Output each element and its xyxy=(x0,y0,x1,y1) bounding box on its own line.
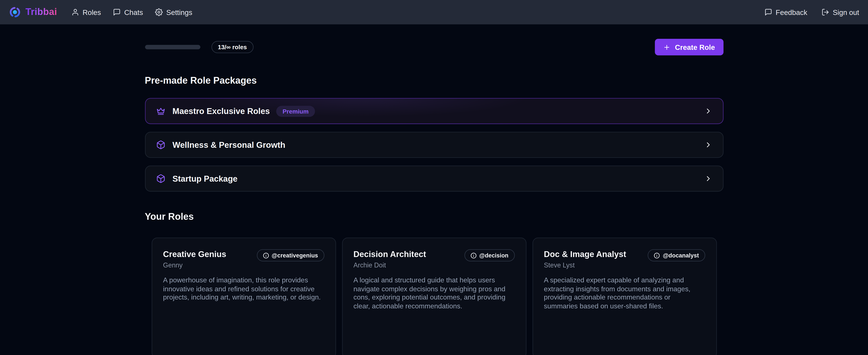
role-owner: Steve Lyst xyxy=(544,261,626,269)
main-content: 13/∞ roles Create Role Pre-made Role Pac… xyxy=(145,39,723,355)
chat-bubble-icon xyxy=(765,8,772,16)
role-description: A specialized expert capable of analyzin… xyxy=(544,276,705,311)
role-handle: @creativegenius xyxy=(272,252,318,259)
role-description: A logical and structured guide that help… xyxy=(353,276,515,311)
package-list: Maestro Exclusive Roles Premium Wellness… xyxy=(145,98,723,191)
card-title-block: Creative Genius Genny xyxy=(163,249,226,269)
role-name: Doc & Image Analyst xyxy=(544,249,626,259)
package-name: Wellness & Personal Growth xyxy=(173,140,285,150)
role-cards-grid: Creative Genius Genny @creativegenius A … xyxy=(145,238,723,355)
card-header: Decision Architect Archie Doit @decision xyxy=(353,249,515,269)
info-icon xyxy=(263,252,269,258)
nav-items: Roles Chats Settings xyxy=(71,8,192,16)
info-icon xyxy=(654,252,660,258)
role-handle-badge[interactable]: @creativegenius xyxy=(257,249,324,261)
nav-item-chats[interactable]: Chats xyxy=(113,8,143,16)
sign-out-icon xyxy=(822,8,830,16)
chevron-right-icon xyxy=(704,141,712,149)
role-card-creative-genius[interactable]: Creative Genius Genny @creativegenius A … xyxy=(151,238,336,355)
tribbai-logo-icon xyxy=(9,6,21,18)
usage-row: 13/∞ roles Create Role xyxy=(145,39,723,56)
feedback-label: Feedback xyxy=(776,8,807,16)
role-name: Creative Genius xyxy=(163,249,226,259)
packages-section-title: Pre-made Role Packages xyxy=(145,76,723,86)
role-handle-badge[interactable]: @docanalyst xyxy=(648,249,705,261)
sign-out-label: Sign out xyxy=(833,8,859,16)
package-name: Startup Package xyxy=(173,174,237,183)
app-root: Tribbai Roles Chats Settings xyxy=(0,0,868,355)
brand-name: Tribbai xyxy=(26,7,57,18)
role-name: Decision Architect xyxy=(353,249,426,259)
role-description: A powerhouse of imagination, this role p… xyxy=(163,276,324,302)
nav-item-settings[interactable]: Settings xyxy=(155,8,192,16)
package-icon xyxy=(156,140,165,150)
nav-item-label: Roles xyxy=(83,8,101,16)
role-card-decision-architect[interactable]: Decision Architect Archie Doit @decision… xyxy=(342,238,526,355)
chevron-right-icon xyxy=(704,175,712,183)
plus-icon xyxy=(663,43,671,51)
role-handle: @decision xyxy=(479,252,508,259)
role-handle-badge[interactable]: @decision xyxy=(464,249,515,261)
top-nav: Tribbai Roles Chats Settings xyxy=(0,0,868,24)
crown-icon xyxy=(156,107,165,116)
nav-item-label: Chats xyxy=(124,8,143,16)
package-row-maestro[interactable]: Maestro Exclusive Roles Premium xyxy=(145,98,723,124)
roles-count-badge: 13/∞ roles xyxy=(211,41,254,53)
package-name: Maestro Exclusive Roles xyxy=(173,107,270,116)
package-icon xyxy=(156,174,165,183)
roles-section-title: Your Roles xyxy=(145,211,723,223)
role-owner: Genny xyxy=(163,261,226,269)
card-title-block: Decision Architect Archie Doit xyxy=(353,249,426,269)
gear-icon xyxy=(155,8,163,16)
nav-right: Feedback Sign out xyxy=(765,8,859,16)
create-role-button[interactable]: Create Role xyxy=(655,39,723,56)
info-icon xyxy=(470,252,476,258)
chevron-right-icon xyxy=(704,107,712,115)
user-icon xyxy=(71,8,79,16)
card-header: Doc & Image Analyst Steve Lyst @docanaly… xyxy=(544,249,705,269)
sign-out-button[interactable]: Sign out xyxy=(822,8,859,16)
brand-logo[interactable]: Tribbai xyxy=(9,6,57,18)
roles-progress-bar xyxy=(145,45,200,49)
chat-bubble-icon xyxy=(113,8,121,16)
card-header: Creative Genius Genny @creativegenius xyxy=(163,249,324,269)
nav-item-label: Settings xyxy=(166,8,192,16)
role-card-doc-image-analyst[interactable]: Doc & Image Analyst Steve Lyst @docanaly… xyxy=(532,238,717,355)
package-row-startup[interactable]: Startup Package xyxy=(145,166,723,191)
role-handle: @docanalyst xyxy=(663,252,699,259)
package-row-wellness[interactable]: Wellness & Personal Growth xyxy=(145,132,723,158)
role-owner: Archie Doit xyxy=(353,261,426,269)
feedback-button[interactable]: Feedback xyxy=(765,8,807,16)
create-role-label: Create Role xyxy=(675,43,715,51)
nav-item-roles[interactable]: Roles xyxy=(71,8,101,16)
card-title-block: Doc & Image Analyst Steve Lyst xyxy=(544,249,626,269)
premium-badge: Premium xyxy=(277,106,315,117)
